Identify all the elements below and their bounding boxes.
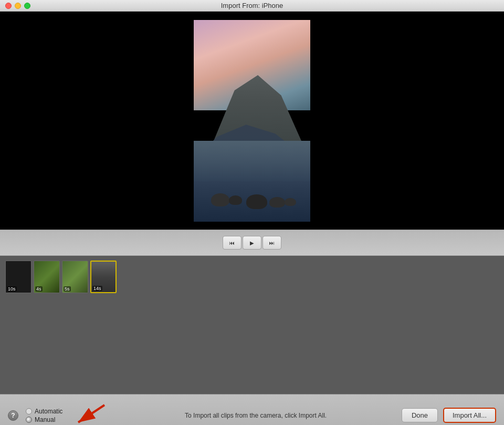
spacer-area <box>0 298 504 394</box>
done-button[interactable]: Done <box>402 408 438 422</box>
arrow-icon <box>68 402 110 426</box>
automatic-label: Automatic <box>35 408 62 415</box>
auto-manual-group: Automatic Manual <box>26 408 62 423</box>
thumb-duration: 10s <box>7 286 17 292</box>
rock <box>229 195 242 205</box>
play-button[interactable]: ▶ <box>243 236 261 250</box>
rock <box>269 197 285 208</box>
rewind-button[interactable]: ⏮ <box>223 236 242 250</box>
thumb-duration: 14s <box>92 286 102 291</box>
bottom-bar: ? Automatic Manual To Import all clips f… <box>0 394 504 425</box>
arrow-container <box>68 402 110 426</box>
thumb-duration: 4s <box>35 286 43 292</box>
rocks <box>194 189 310 209</box>
thumbnails-area: 10s 4s 5s 14s <box>0 256 504 298</box>
preview-area <box>0 12 504 230</box>
thumb-duration: 5s <box>64 286 71 292</box>
thumbnail-1[interactable]: 10s <box>5 261 32 293</box>
thumbnail-4[interactable]: 14s <box>90 261 117 293</box>
automatic-radio[interactable] <box>26 408 32 414</box>
traffic-lights <box>5 3 30 9</box>
controls-bar: ⏮ ▶ ⏭ <box>0 230 504 256</box>
manual-label: Manual <box>35 416 55 423</box>
thumbnail-2[interactable]: 4s <box>34 261 60 293</box>
info-text: To Import all clips from the camera, cli… <box>115 412 396 419</box>
minimize-button[interactable] <box>15 3 21 9</box>
fastforward-button[interactable]: ⏭ <box>262 236 281 250</box>
manual-radio[interactable] <box>26 417 32 423</box>
rock <box>285 198 296 206</box>
preview-image <box>194 20 310 222</box>
automatic-radio-row[interactable]: Automatic <box>26 408 62 415</box>
close-button[interactable] <box>5 3 12 9</box>
rock <box>211 193 229 206</box>
manual-radio-row[interactable]: Manual <box>26 416 62 423</box>
svg-line-1 <box>78 405 104 422</box>
import-all-button[interactable]: Import All... <box>443 408 496 423</box>
window-title: Import From: iPhone <box>221 2 284 9</box>
rock <box>246 194 267 209</box>
maximize-button[interactable] <box>24 3 30 9</box>
title-bar: Import From: iPhone <box>0 0 504 12</box>
help-button[interactable]: ? <box>8 410 18 421</box>
water-layer <box>194 141 310 222</box>
thumbnail-3[interactable]: 5s <box>62 261 88 293</box>
